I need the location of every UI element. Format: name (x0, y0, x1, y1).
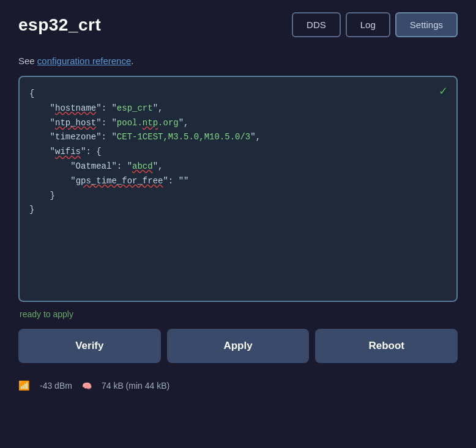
dds-button[interactable]: DDS (292, 12, 341, 37)
see-line: See configuration reference. (18, 56, 458, 66)
mem-icon: 🧠 (82, 381, 92, 391)
app-title: esp32_crt (18, 15, 101, 35)
signal-icon: 📶 (18, 380, 30, 391)
config-reference-link[interactable]: configuration reference (37, 56, 131, 66)
reboot-button[interactable]: Reboot (315, 329, 458, 363)
settings-button[interactable]: Settings (395, 12, 458, 37)
see-suffix: . (131, 56, 133, 66)
check-icon: ✓ (439, 84, 448, 98)
verify-button[interactable]: Verify (18, 329, 161, 363)
content-area: See configuration reference. ✓ { "hostna… (0, 50, 476, 408)
config-editor[interactable]: ✓ { "hostname": "esp_crt", "ntp_host": "… (18, 76, 458, 302)
action-button-group: Verify Apply Reboot (18, 329, 458, 363)
mem-text: 74 kB (min 44 kB) (102, 381, 169, 391)
footer-info: 📶 -43 dBm 🧠 74 kB (min 44 kB) (18, 375, 458, 396)
see-text: See (18, 56, 37, 66)
code-content: { "hostname": "esp_crt", "ntp_host": "po… (29, 87, 447, 218)
signal-text: -43 dBm (40, 381, 72, 391)
log-button[interactable]: Log (346, 12, 390, 37)
apply-button[interactable]: Apply (167, 329, 310, 363)
header-button-group: DDS Log Settings (292, 12, 458, 37)
app-header: esp32_crt DDS Log Settings (0, 0, 476, 50)
status-text: ready to apply (18, 309, 458, 319)
